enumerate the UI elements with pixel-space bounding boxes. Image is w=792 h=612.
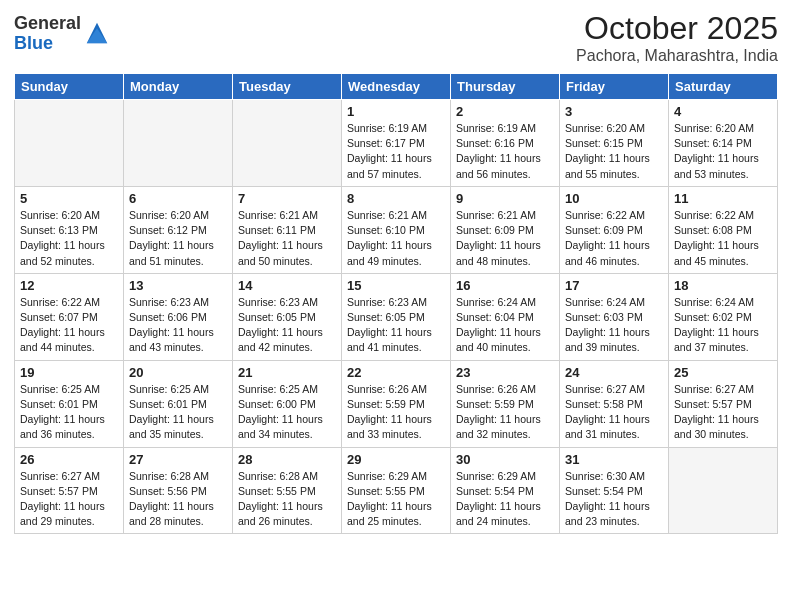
svg-marker-1 [87,28,108,43]
calendar-cell: 7Sunrise: 6:21 AMSunset: 6:11 PMDaylight… [233,186,342,273]
calendar-cell [15,100,124,187]
day-number: 28 [238,452,336,467]
calendar-cell: 5Sunrise: 6:20 AMSunset: 6:13 PMDaylight… [15,186,124,273]
day-info: Sunrise: 6:26 AMSunset: 5:59 PMDaylight:… [456,382,554,443]
day-number: 13 [129,278,227,293]
day-number: 2 [456,104,554,119]
day-info: Sunrise: 6:25 AMSunset: 6:01 PMDaylight:… [20,382,118,443]
day-number: 31 [565,452,663,467]
calendar-cell [669,447,778,534]
day-number: 19 [20,365,118,380]
day-number: 6 [129,191,227,206]
day-number: 27 [129,452,227,467]
day-number: 12 [20,278,118,293]
day-info: Sunrise: 6:21 AMSunset: 6:09 PMDaylight:… [456,208,554,269]
day-info: Sunrise: 6:26 AMSunset: 5:59 PMDaylight:… [347,382,445,443]
day-info: Sunrise: 6:22 AMSunset: 6:07 PMDaylight:… [20,295,118,356]
day-info: Sunrise: 6:20 AMSunset: 6:13 PMDaylight:… [20,208,118,269]
day-info: Sunrise: 6:20 AMSunset: 6:12 PMDaylight:… [129,208,227,269]
month-title: October 2025 [576,10,778,47]
calendar-cell: 22Sunrise: 6:26 AMSunset: 5:59 PMDayligh… [342,360,451,447]
weekday-header-friday: Friday [560,74,669,100]
day-number: 11 [674,191,772,206]
day-number: 21 [238,365,336,380]
day-number: 23 [456,365,554,380]
day-info: Sunrise: 6:22 AMSunset: 6:09 PMDaylight:… [565,208,663,269]
weekday-header-monday: Monday [124,74,233,100]
calendar-cell: 24Sunrise: 6:27 AMSunset: 5:58 PMDayligh… [560,360,669,447]
calendar-week-row: 19Sunrise: 6:25 AMSunset: 6:01 PMDayligh… [15,360,778,447]
calendar-week-row: 5Sunrise: 6:20 AMSunset: 6:13 PMDaylight… [15,186,778,273]
day-info: Sunrise: 6:23 AMSunset: 6:06 PMDaylight:… [129,295,227,356]
day-number: 14 [238,278,336,293]
calendar-week-row: 26Sunrise: 6:27 AMSunset: 5:57 PMDayligh… [15,447,778,534]
calendar-cell: 27Sunrise: 6:28 AMSunset: 5:56 PMDayligh… [124,447,233,534]
calendar-cell: 1Sunrise: 6:19 AMSunset: 6:17 PMDaylight… [342,100,451,187]
calendar-cell: 19Sunrise: 6:25 AMSunset: 6:01 PMDayligh… [15,360,124,447]
day-number: 18 [674,278,772,293]
calendar-cell: 31Sunrise: 6:30 AMSunset: 5:54 PMDayligh… [560,447,669,534]
day-number: 25 [674,365,772,380]
day-number: 8 [347,191,445,206]
day-info: Sunrise: 6:25 AMSunset: 6:00 PMDaylight:… [238,382,336,443]
day-number: 26 [20,452,118,467]
day-info: Sunrise: 6:24 AMSunset: 6:04 PMDaylight:… [456,295,554,356]
weekday-header-thursday: Thursday [451,74,560,100]
calendar-cell [124,100,233,187]
day-number: 4 [674,104,772,119]
calendar-cell: 30Sunrise: 6:29 AMSunset: 5:54 PMDayligh… [451,447,560,534]
logo-blue: Blue [14,34,81,54]
weekday-header-wednesday: Wednesday [342,74,451,100]
calendar-cell: 14Sunrise: 6:23 AMSunset: 6:05 PMDayligh… [233,273,342,360]
weekday-header-saturday: Saturday [669,74,778,100]
calendar-week-row: 12Sunrise: 6:22 AMSunset: 6:07 PMDayligh… [15,273,778,360]
calendar-cell: 9Sunrise: 6:21 AMSunset: 6:09 PMDaylight… [451,186,560,273]
calendar-cell: 6Sunrise: 6:20 AMSunset: 6:12 PMDaylight… [124,186,233,273]
day-number: 30 [456,452,554,467]
calendar-table: SundayMondayTuesdayWednesdayThursdayFrid… [14,73,778,534]
day-number: 15 [347,278,445,293]
calendar-cell: 25Sunrise: 6:27 AMSunset: 5:57 PMDayligh… [669,360,778,447]
calendar-cell: 26Sunrise: 6:27 AMSunset: 5:57 PMDayligh… [15,447,124,534]
logo-icon [83,19,111,47]
day-number: 3 [565,104,663,119]
calendar-cell: 18Sunrise: 6:24 AMSunset: 6:02 PMDayligh… [669,273,778,360]
calendar-cell [233,100,342,187]
calendar-cell: 17Sunrise: 6:24 AMSunset: 6:03 PMDayligh… [560,273,669,360]
day-info: Sunrise: 6:27 AMSunset: 5:57 PMDaylight:… [674,382,772,443]
calendar-cell: 23Sunrise: 6:26 AMSunset: 5:59 PMDayligh… [451,360,560,447]
calendar-cell: 13Sunrise: 6:23 AMSunset: 6:06 PMDayligh… [124,273,233,360]
day-number: 10 [565,191,663,206]
day-info: Sunrise: 6:24 AMSunset: 6:02 PMDaylight:… [674,295,772,356]
day-number: 5 [20,191,118,206]
day-info: Sunrise: 6:28 AMSunset: 5:56 PMDaylight:… [129,469,227,530]
page: General Blue October 2025 Pachora, Mahar… [0,0,792,612]
logo-text: General Blue [14,14,81,54]
day-info: Sunrise: 6:21 AMSunset: 6:10 PMDaylight:… [347,208,445,269]
weekday-header-sunday: Sunday [15,74,124,100]
day-info: Sunrise: 6:23 AMSunset: 6:05 PMDaylight:… [347,295,445,356]
calendar-cell: 10Sunrise: 6:22 AMSunset: 6:09 PMDayligh… [560,186,669,273]
calendar-week-row: 1Sunrise: 6:19 AMSunset: 6:17 PMDaylight… [15,100,778,187]
calendar-cell: 2Sunrise: 6:19 AMSunset: 6:16 PMDaylight… [451,100,560,187]
location: Pachora, Maharashtra, India [576,47,778,65]
weekday-header-tuesday: Tuesday [233,74,342,100]
day-info: Sunrise: 6:19 AMSunset: 6:17 PMDaylight:… [347,121,445,182]
day-number: 16 [456,278,554,293]
day-info: Sunrise: 6:21 AMSunset: 6:11 PMDaylight:… [238,208,336,269]
calendar-cell: 3Sunrise: 6:20 AMSunset: 6:15 PMDaylight… [560,100,669,187]
day-info: Sunrise: 6:23 AMSunset: 6:05 PMDaylight:… [238,295,336,356]
day-number: 17 [565,278,663,293]
calendar-cell: 8Sunrise: 6:21 AMSunset: 6:10 PMDaylight… [342,186,451,273]
day-number: 29 [347,452,445,467]
day-number: 22 [347,365,445,380]
day-info: Sunrise: 6:27 AMSunset: 5:58 PMDaylight:… [565,382,663,443]
day-info: Sunrise: 6:24 AMSunset: 6:03 PMDaylight:… [565,295,663,356]
logo: General Blue [14,14,111,54]
calendar-header-row: SundayMondayTuesdayWednesdayThursdayFrid… [15,74,778,100]
logo-general: General [14,14,81,34]
calendar-cell: 4Sunrise: 6:20 AMSunset: 6:14 PMDaylight… [669,100,778,187]
calendar-cell: 29Sunrise: 6:29 AMSunset: 5:55 PMDayligh… [342,447,451,534]
day-info: Sunrise: 6:29 AMSunset: 5:55 PMDaylight:… [347,469,445,530]
calendar-cell: 12Sunrise: 6:22 AMSunset: 6:07 PMDayligh… [15,273,124,360]
